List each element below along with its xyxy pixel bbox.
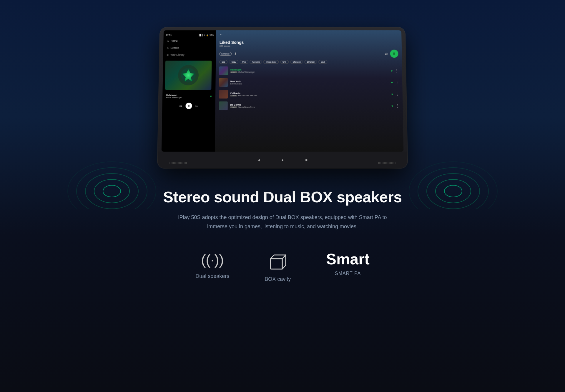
song-list: Hallelujah LYRICS Rufus Wainwright ♥ ⋮	[215, 65, 403, 152]
song-info-2: New York Ellen Krauss	[230, 80, 389, 85]
song-artist-1: LYRICS Rufus Wainwright	[230, 71, 389, 73]
sidebar-album-art	[165, 61, 213, 90]
sidebar-nav-library-label: Your Library	[170, 54, 185, 56]
play-pause-button[interactable]: ⏸	[185, 103, 192, 109]
song-thumb-1	[219, 66, 228, 75]
nav-recent-button[interactable]: ■	[303, 157, 309, 163]
home-icon: ⌂	[167, 39, 169, 43]
sidebar-nav-home[interactable]: ⌂ Home	[163, 38, 216, 45]
song-more-2[interactable]: ⋮	[395, 80, 399, 84]
svg-rect-13	[270, 259, 282, 269]
heart-icon[interactable]: ♥	[210, 95, 212, 98]
speaker-wave-left	[65, 132, 159, 209]
download-button[interactable]: ⬇	[234, 52, 237, 56]
battery-icon: 🔒	[206, 34, 209, 36]
song-info-1: Hallelujah LYRICS Rufus Wainwright	[230, 69, 389, 73]
filter-chip-chanson[interactable]: Chanson	[290, 60, 303, 64]
svg-text:((·)): ((·))	[201, 252, 224, 268]
features-row: ((·)) Dual speakers BOX cavity	[195, 251, 370, 282]
feature-box-cavity: BOX cavity	[265, 251, 291, 282]
sidebar-nav-search[interactable]: ○ Search	[163, 44, 216, 51]
song-heart-1[interactable]: ♥	[391, 69, 393, 72]
sidebar-nav-search-label: Search	[170, 46, 179, 49]
song-thumb-4	[219, 101, 228, 110]
status-icons: ▌▌▌ ▾ 🔒 93%	[199, 34, 214, 36]
svg-point-6	[436, 179, 471, 203]
prev-button[interactable]: ⏮	[179, 104, 182, 107]
status-bar: 17:51 ▌▌▌ ▾ 🔒 93%	[164, 33, 216, 38]
song-info-3: J'attends LYRICS Ben Mazué, Pomme	[230, 92, 389, 96]
song-more-4[interactable]: ⋮	[396, 104, 399, 108]
svg-point-7	[427, 174, 480, 209]
lyrics-badge-3: LYRICS	[230, 95, 237, 96]
shuffle-button[interactable]: ⇄	[385, 52, 388, 56]
back-button[interactable]: ←	[220, 33, 223, 37]
sidebar-nav-home-label: Home	[171, 39, 178, 42]
song-thumb-2	[219, 78, 228, 87]
song-row-3[interactable]: J'attends LYRICS Ben Mazué, Pomme ♥ ⋮	[215, 88, 403, 100]
speaker-wave-right	[406, 132, 500, 209]
song-heart-3[interactable]: ♥	[391, 93, 393, 96]
battery-percent: 93%	[210, 34, 214, 36]
filter-chip-ethereal[interactable]: Ethereal	[305, 60, 317, 64]
nav-home-button[interactable]: ●	[280, 157, 285, 163]
action-buttons-row: Enhance ⬇ ⇄ ⏸	[216, 49, 402, 59]
enhance-button[interactable]: Enhance	[219, 52, 231, 56]
filter-chips-row: Sad Cozy Pop Acoustic Melancholy Chill C…	[216, 59, 402, 65]
smart-text: Smart	[326, 251, 369, 267]
wifi-icon: ▾	[204, 34, 205, 36]
tablet-body-wrapper: 17:51 ▌▌▌ ▾ 🔒 93% ⌂ Home	[158, 27, 408, 168]
song-title-2: New York	[230, 80, 389, 83]
filter-chip-acoustic[interactable]: Acoustic	[250, 60, 262, 64]
album-art-image	[165, 61, 212, 90]
sidebar-nav-library[interactable]: ≡ Your Library	[163, 51, 216, 59]
song-heart-4[interactable]: ♥	[391, 104, 393, 107]
song-row-4[interactable]: Be Gentle LYRICS Sarah Dawn Finer ♥ ⋮	[215, 100, 403, 112]
song-more-1[interactable]: ⋮	[395, 69, 398, 73]
lyrics-badge-1: LYRICS	[230, 71, 237, 73]
tablet-screen: 17:51 ▌▌▌ ▾ 🔒 93% ⌂ Home	[162, 30, 404, 152]
now-playing-artist: Rufus Wainwright	[166, 96, 182, 99]
song-title-1: Hallelujah	[230, 69, 389, 71]
song-row-2[interactable]: New York Ellen Krauss ♥ ⋮	[215, 76, 402, 88]
nav-back-button[interactable]: ◄	[256, 157, 262, 163]
album-art-svg	[178, 65, 199, 85]
lyrics-badge-4: LYRICS	[230, 106, 237, 108]
now-playing-info: Hallelujah Rufus Wainwright ♥	[162, 92, 215, 100]
search-icon: ○	[167, 46, 169, 50]
box-cavity-icon	[267, 251, 288, 272]
main-header: ←	[216, 30, 402, 39]
speaker-grille-left	[170, 162, 187, 164]
speaker-grille-right	[378, 162, 396, 164]
box-cavity-label: BOX cavity	[265, 276, 291, 282]
svg-point-2	[85, 174, 138, 209]
svg-point-5	[444, 185, 462, 197]
filter-chip-soul[interactable]: Soul	[318, 60, 327, 64]
signal-icon: ▌▌▌	[199, 34, 203, 36]
song-info-4: Be Gentle LYRICS Sarah Dawn Finer	[230, 104, 389, 108]
player-controls: ⏮ ⏸ ⏭	[162, 100, 215, 111]
song-more-3[interactable]: ⋮	[396, 92, 399, 96]
spotify-sidebar: 17:51 ▌▌▌ ▾ 🔒 93% ⌂ Home	[162, 30, 216, 152]
spotify-main-content: ← Liked Songs 683 songs Enhance ⬇ ⇄ ⏸	[215, 30, 403, 152]
song-artist-3: LYRICS Ben Mazué, Pomme	[230, 94, 389, 96]
feature-smart-pa: Smart SMART PA	[326, 251, 369, 276]
next-button[interactable]: ⏭	[196, 104, 199, 107]
song-artist-4: LYRICS Sarah Dawn Finer	[230, 106, 389, 108]
song-row-1[interactable]: Hallelujah LYRICS Rufus Wainwright ♥ ⋮	[216, 65, 402, 77]
main-play-button[interactable]: ⏸	[390, 50, 398, 58]
liked-songs-title: Liked Songs	[216, 39, 402, 45]
dual-speakers-label: Dual speakers	[195, 273, 229, 279]
main-heading: Stereo sound Dual BOX speakers	[163, 188, 402, 206]
song-count: 683 songs	[216, 45, 402, 49]
time-display: 17:51	[166, 34, 172, 36]
filter-chip-pop[interactable]: Pop	[240, 60, 248, 64]
filter-chip-chill[interactable]: Chill	[280, 60, 289, 64]
song-heart-2[interactable]: ♥	[391, 81, 393, 84]
tablet-section: 17:51 ▌▌▌ ▾ 🔒 93% ⌂ Home	[0, 0, 565, 176]
tablet-body: 17:51 ▌▌▌ ▾ 🔒 93% ⌂ Home	[158, 27, 408, 168]
filter-chip-melancholy[interactable]: Melancholy	[264, 60, 279, 64]
filter-chip-cozy[interactable]: Cozy	[229, 60, 238, 64]
song-thumb-3	[219, 90, 228, 99]
filter-chip-sad[interactable]: Sad	[219, 60, 227, 64]
